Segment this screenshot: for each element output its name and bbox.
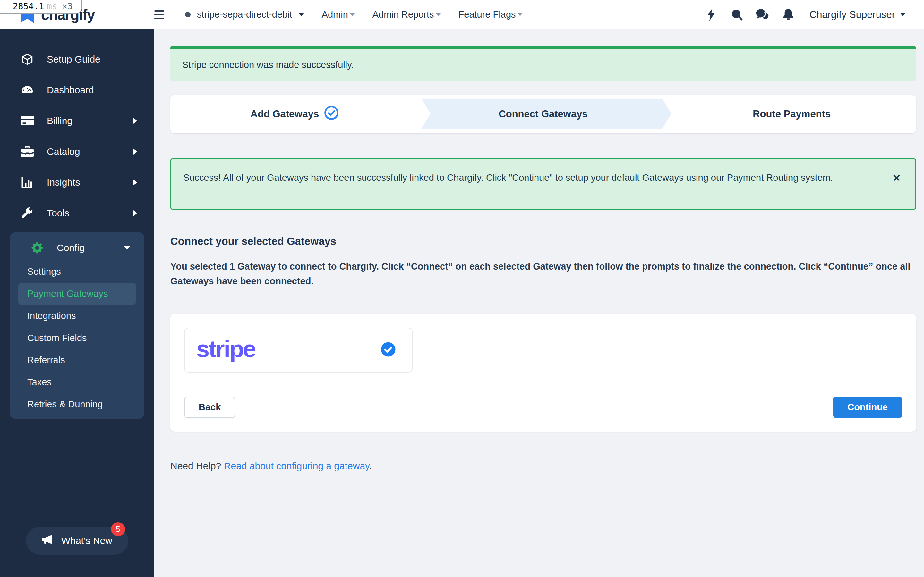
chevron-down-icon bbox=[350, 13, 355, 18]
help-line: Need Help? Read about configuring a gate… bbox=[170, 461, 916, 472]
menu-admin[interactable]: Admin bbox=[322, 9, 355, 20]
topbar: chargify stripe-sepa-direct-debit Admin … bbox=[0, 0, 924, 29]
page-title: Connect your selected Gateways bbox=[170, 235, 916, 247]
step-add-gateways[interactable]: Add Gateways bbox=[170, 95, 419, 133]
user-menu[interactable]: Chargify Superuser bbox=[809, 9, 905, 21]
card-actions: Back Continue bbox=[184, 396, 902, 418]
sidebar-item-config[interactable]: Config bbox=[10, 235, 144, 261]
sidebar-item-custom-fields[interactable]: Custom Fields bbox=[18, 327, 136, 349]
search-icon[interactable] bbox=[724, 5, 750, 24]
sidebar-item-payment-gateways[interactable]: Payment Gateways bbox=[18, 283, 136, 305]
gateways-linked-success-alert: Success! All of your Gateways have been … bbox=[170, 158, 916, 210]
notifications-bell-icon[interactable] bbox=[775, 5, 801, 24]
cube-icon bbox=[21, 53, 34, 66]
step-connect-gateways[interactable]: Connect Gateways bbox=[419, 95, 668, 133]
step-route-payments[interactable]: Route Payments bbox=[667, 95, 916, 133]
chevron-right-icon bbox=[134, 179, 140, 185]
sidebar-item-taxes[interactable]: Taxes bbox=[18, 371, 136, 393]
help-prefix: Need Help? bbox=[170, 461, 224, 471]
project-name: stripe-sepa-direct-debit bbox=[197, 9, 292, 20]
sidebar-item-setup-guide[interactable]: Setup Guide bbox=[0, 44, 154, 75]
success-alert-text: Success! All of your Gateways have been … bbox=[183, 172, 833, 183]
chevron-down-icon bbox=[124, 246, 130, 253]
briefcase-icon bbox=[21, 145, 34, 158]
gateway-setup-stepper: Add Gateways Connect Gateways Route Paym… bbox=[170, 95, 916, 133]
hamburger-menu-icon[interactable] bbox=[154, 7, 170, 23]
config-section: Config Settings Payment Gateways Integra… bbox=[10, 232, 144, 419]
debug-timing-badge: 2854.1ms×3 bbox=[0, 0, 82, 14]
quick-actions-bolt-icon[interactable] bbox=[698, 5, 724, 24]
sidebar-item-tools[interactable]: Tools bbox=[0, 198, 154, 229]
selected-check-icon bbox=[381, 342, 396, 358]
sidebar-item-insights[interactable]: Insights bbox=[0, 167, 154, 198]
whats-new-count-badge: 5 bbox=[111, 522, 125, 536]
close-icon[interactable]: ✕ bbox=[892, 169, 901, 187]
step-complete-check-icon bbox=[324, 105, 339, 123]
configure-gateway-link[interactable]: Read about configuring a gateway bbox=[224, 461, 369, 471]
sidebar-item-dashboard[interactable]: Dashboard bbox=[0, 75, 154, 105]
menu-feature-flags[interactable]: Feature Flags bbox=[459, 9, 522, 20]
flash-alert-text: Stripe connection was made successfully. bbox=[182, 60, 354, 70]
sidebar-item-billing[interactable]: Billing bbox=[0, 105, 154, 136]
whats-new-button[interactable]: What's New 5 bbox=[26, 527, 128, 554]
sidebar: Setup Guide Dashboard Billing Catalog bbox=[0, 29, 154, 577]
project-selector[interactable]: stripe-sepa-direct-debit bbox=[185, 9, 304, 20]
gateway-tile-stripe[interactable]: stripe bbox=[184, 327, 413, 373]
sidebar-item-integrations[interactable]: Integrations bbox=[18, 305, 136, 327]
gauge-icon bbox=[21, 83, 34, 97]
wrench-icon bbox=[21, 207, 34, 219]
chevron-right-icon bbox=[134, 149, 140, 155]
chevron-down-icon bbox=[299, 13, 304, 19]
chat-icon[interactable] bbox=[750, 5, 775, 24]
stripe-logo: stripe bbox=[196, 335, 255, 363]
sidebar-item-settings[interactable]: Settings bbox=[18, 261, 136, 283]
sidebar-item-referrals[interactable]: Referrals bbox=[18, 349, 136, 371]
chevron-down-icon bbox=[518, 13, 522, 18]
page-description: You selected 1 Gateway to connect to Cha… bbox=[170, 259, 916, 289]
topbar-actions: Chargify Superuser bbox=[698, 5, 924, 24]
user-name: Chargify Superuser bbox=[809, 9, 895, 21]
chevron-down-icon bbox=[900, 13, 905, 19]
gear-icon bbox=[31, 242, 44, 254]
gateway-connect-card: stripe Back Continue bbox=[170, 314, 916, 432]
chevron-right-icon bbox=[134, 118, 140, 124]
bar-chart-icon bbox=[21, 176, 34, 189]
main-content: Stripe connection was made successfully.… bbox=[154, 29, 924, 577]
flash-alert-success: Stripe connection was made successfully. bbox=[170, 46, 916, 81]
project-status-dot bbox=[185, 12, 191, 17]
chevron-down-icon bbox=[436, 13, 441, 18]
megaphone-icon bbox=[42, 534, 53, 547]
sidebar-item-catalog[interactable]: Catalog bbox=[0, 136, 154, 167]
chevron-right-icon bbox=[134, 210, 140, 216]
whats-new-label: What's New bbox=[61, 535, 112, 546]
credit-card-icon bbox=[21, 115, 34, 126]
back-button[interactable]: Back bbox=[184, 396, 235, 418]
continue-button[interactable]: Continue bbox=[833, 396, 902, 418]
sidebar-item-retries-dunning[interactable]: Retries & Dunning bbox=[18, 393, 136, 416]
help-suffix: . bbox=[369, 461, 372, 471]
menu-admin-reports[interactable]: Admin Reports bbox=[373, 9, 441, 20]
